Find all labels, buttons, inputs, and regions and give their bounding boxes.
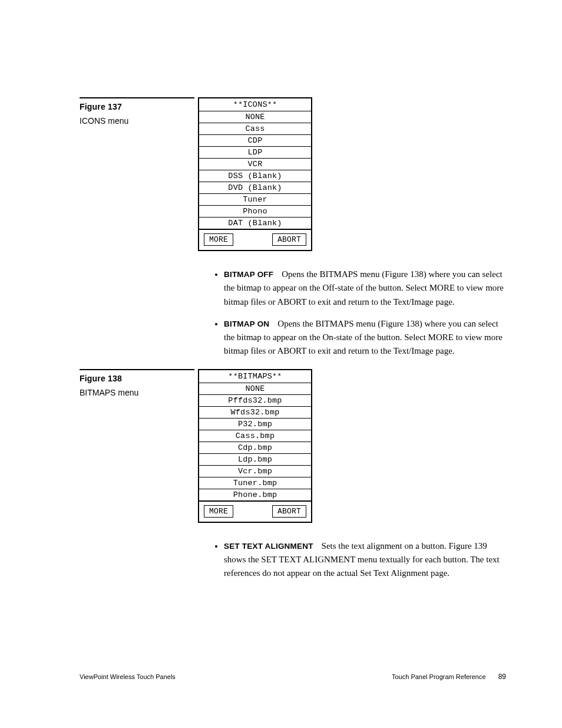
menu-item[interactable]: Cass (199, 123, 311, 135)
bullet-set-text-alignment: SET TEXT ALIGNMENTSets the text alignmen… (224, 539, 506, 581)
figure-138-desc: BITMAPS menu (80, 388, 194, 397)
more-button[interactable]: MORE (204, 233, 233, 246)
abort-button[interactable]: ABORT (272, 233, 306, 246)
menu-item[interactable]: NONE (199, 111, 311, 123)
bullet-bitmap-on: BITMAP ONOpens the BITMAPS menu (Figure … (224, 317, 506, 358)
figure-138-caption: Figure 138 BITMAPS menu (80, 369, 194, 397)
figure-137-label: Figure 137 (80, 102, 194, 111)
bitmap-on-term: BITMAP ON (224, 319, 269, 328)
icons-menu-title: **ICONS** (199, 98, 311, 111)
menu-item[interactable]: Phone.bmp (199, 489, 311, 501)
menu-item[interactable]: Wfds32.bmp (199, 407, 311, 419)
menu-item[interactable]: DVD (Blank) (199, 182, 311, 194)
text-alignment-bullets: SET TEXT ALIGNMENTSets the text alignmen… (198, 539, 506, 581)
bitmap-off-term: BITMAP OFF (224, 270, 273, 279)
footer-right: Touch Panel Program Reference (392, 673, 486, 680)
figure-138-label: Figure 138 (80, 374, 194, 383)
menu-item[interactable]: LDP (199, 147, 311, 159)
page-footer: ViewPoint Wireless Touch Panels Touch Pa… (80, 673, 506, 681)
set-text-alignment-term: SET TEXT ALIGNMENT (224, 542, 313, 551)
menu-item[interactable]: Phono (199, 206, 311, 218)
footer-left: ViewPoint Wireless Touch Panels (80, 673, 176, 680)
menu-item[interactable]: Tuner (199, 194, 311, 206)
menu-item[interactable]: Cdp.bmp (199, 442, 311, 454)
abort-button[interactable]: ABORT (272, 505, 306, 518)
page-number: 89 (498, 673, 506, 681)
bitmap-bullets: BITMAP OFFOpens the BITMAPS menu (Figure… (198, 268, 506, 358)
bitmaps-menu: **BITMAPS** NONE Pffds32.bmp Wfds32.bmp … (198, 369, 312, 523)
more-button[interactable]: MORE (204, 505, 233, 518)
menu-item[interactable]: Ldp.bmp (199, 454, 311, 466)
menu-item[interactable]: Cass.bmp (199, 430, 311, 442)
menu-item[interactable]: CDP (199, 135, 311, 147)
icons-menu: **ICONS** NONE Cass CDP LDP VCR DSS (Bla… (198, 97, 312, 251)
figure-137-desc: ICONS menu (80, 116, 194, 126)
menu-item[interactable]: P32.bmp (199, 419, 311, 430)
menu-item[interactable]: Vcr.bmp (199, 466, 311, 477)
menu-item[interactable]: DAT (Blank) (199, 218, 311, 229)
menu-item[interactable]: DSS (Blank) (199, 170, 311, 182)
figure-137-caption: Figure 137 ICONS menu (80, 97, 194, 126)
menu-item[interactable]: VCR (199, 159, 311, 170)
bullet-bitmap-off: BITMAP OFFOpens the BITMAPS menu (Figure… (224, 268, 506, 309)
bitmaps-menu-title: **BITMAPS** (199, 370, 311, 383)
menu-item[interactable]: NONE (199, 383, 311, 395)
menu-item[interactable]: Pffds32.bmp (199, 395, 311, 407)
menu-item[interactable]: Tuner.bmp (199, 477, 311, 489)
